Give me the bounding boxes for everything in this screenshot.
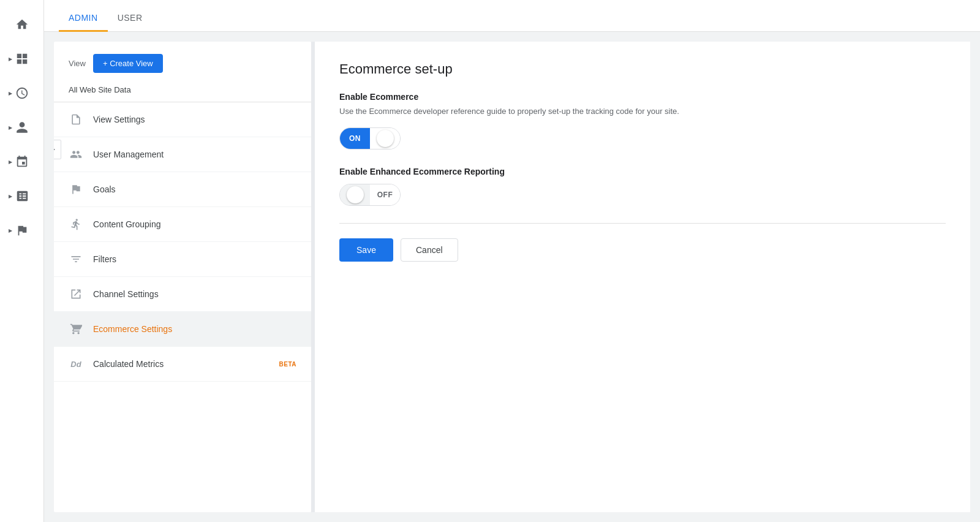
goals-label: Goals <box>93 184 296 194</box>
filters-icon <box>69 252 83 267</box>
nav-item-user-management[interactable]: User Management <box>54 137 311 172</box>
goals-icon <box>69 182 83 197</box>
content-grouping-label: Content Grouping <box>93 219 296 229</box>
calculated-metrics-icon: Dd <box>69 357 83 371</box>
enable-ecommerce-toggle-container: ON <box>339 127 946 149</box>
toggle-on-label: ON <box>340 128 370 149</box>
enable-ecommerce-desc: Use the Ecommerce developer reference gu… <box>339 105 946 118</box>
enable-enhanced-toggle-container: OFF <box>339 184 946 206</box>
table-icon[interactable]: ▶ <box>7 181 37 211</box>
collapse-button[interactable] <box>54 140 61 159</box>
expand-arrow-flag: ▶ <box>9 228 12 233</box>
site-name: All Web Site Data <box>54 80 311 102</box>
clock-icon[interactable]: ▶ <box>7 78 37 108</box>
content-area: View + Create View All Web Site Data Vie… <box>44 32 980 522</box>
save-button[interactable]: Save <box>339 238 393 262</box>
filters-label: Filters <box>93 254 296 264</box>
ecommerce-settings-icon <box>69 322 83 336</box>
expand-arrow-acq: ▶ <box>9 159 12 165</box>
tab-admin[interactable]: ADMIN <box>59 13 108 32</box>
acquisition-icon[interactable]: ▶ <box>7 147 37 176</box>
toggle-on-side <box>340 184 370 205</box>
nav-item-calculated-metrics[interactable]: Dd Calculated Metrics BETA <box>54 347 311 382</box>
nav-item-ecommerce-settings[interactable]: Ecommerce Settings <box>54 312 311 347</box>
ecommerce-settings-label: Ecommerce Settings <box>93 324 296 334</box>
dashboard-icon[interactable]: ▶ <box>7 44 37 74</box>
section-divider <box>339 223 946 224</box>
home-icon[interactable] <box>7 10 37 39</box>
toggle-thumb-off <box>347 186 364 203</box>
toggle-off-side <box>370 128 400 149</box>
toggle-thumb <box>377 130 394 147</box>
main-container: ADMIN USER View + Create View All Web Si… <box>44 0 980 522</box>
view-label: View <box>69 59 86 68</box>
beta-badge: BETA <box>279 361 296 368</box>
enable-ecommerce-title: Enable Ecommerce <box>339 92 946 102</box>
right-panel: Ecommerce set-up Enable Ecommerce Use th… <box>315 42 970 512</box>
enable-ecommerce-toggle[interactable]: ON <box>339 127 401 149</box>
channel-settings-label: Channel Settings <box>93 289 296 299</box>
left-panel: View + Create View All Web Site Data Vie… <box>54 42 311 512</box>
nav-item-view-settings[interactable]: View Settings <box>54 102 311 137</box>
expand-arrow-person: ▶ <box>9 125 12 130</box>
user-management-label: User Management <box>93 149 296 159</box>
expand-arrow-table: ▶ <box>9 194 12 199</box>
flag-sidebar-icon[interactable]: ▶ <box>7 216 37 245</box>
top-tabs: ADMIN USER <box>44 0 980 32</box>
sidebar: ▶ ▶ ▶ ▶ ▶ ▶ <box>0 0 44 522</box>
enable-enhanced-title: Enable Enhanced Ecommerce Reporting <box>339 167 946 176</box>
view-section: View + Create View <box>54 42 311 80</box>
view-settings-label: View Settings <box>93 115 296 124</box>
nav-item-filters[interactable]: Filters <box>54 242 311 277</box>
toggle-off-label: OFF <box>370 184 400 205</box>
create-view-button[interactable]: + Create View <box>93 54 163 73</box>
action-buttons: Save Cancel <box>339 238 946 262</box>
nav-item-content-grouping[interactable]: Content Grouping <box>54 207 311 242</box>
channel-settings-icon <box>69 287 83 301</box>
nav-item-channel-settings[interactable]: Channel Settings <box>54 277 311 312</box>
page-title: Ecommerce set-up <box>339 61 946 77</box>
cancel-button[interactable]: Cancel <box>401 238 458 262</box>
content-grouping-icon <box>69 217 83 232</box>
person-icon[interactable]: ▶ <box>7 113 37 142</box>
calculated-metrics-label: Calculated Metrics <box>93 359 266 369</box>
nav-item-goals[interactable]: Goals <box>54 172 311 207</box>
enable-enhanced-toggle[interactable]: OFF <box>339 184 401 206</box>
tab-user[interactable]: USER <box>108 13 153 32</box>
user-management-icon <box>69 147 83 162</box>
expand-arrow-clock: ▶ <box>9 91 12 96</box>
view-settings-icon <box>69 112 83 127</box>
expand-arrow: ▶ <box>9 56 12 62</box>
